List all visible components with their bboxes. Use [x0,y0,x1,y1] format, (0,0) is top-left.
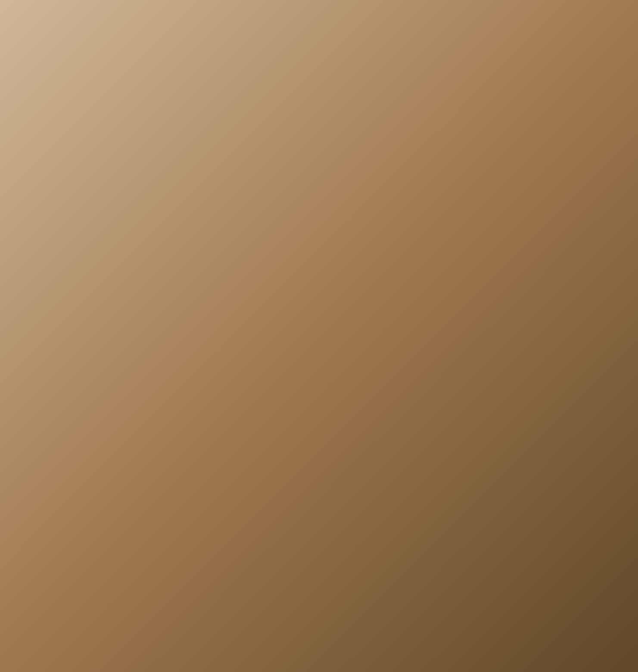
video-thumb-most-popular [470,58,608,127]
video-card-most-popular: MOST POPULAR ernatur aut uisquaesulas VI… [470,58,608,171]
video-grid: LAST ADDED vaserbo nerafaes sety eitylit… [26,58,612,171]
video-section: LAST ADDED vaserbo nerafaes sety eitylit… [0,36,638,193]
